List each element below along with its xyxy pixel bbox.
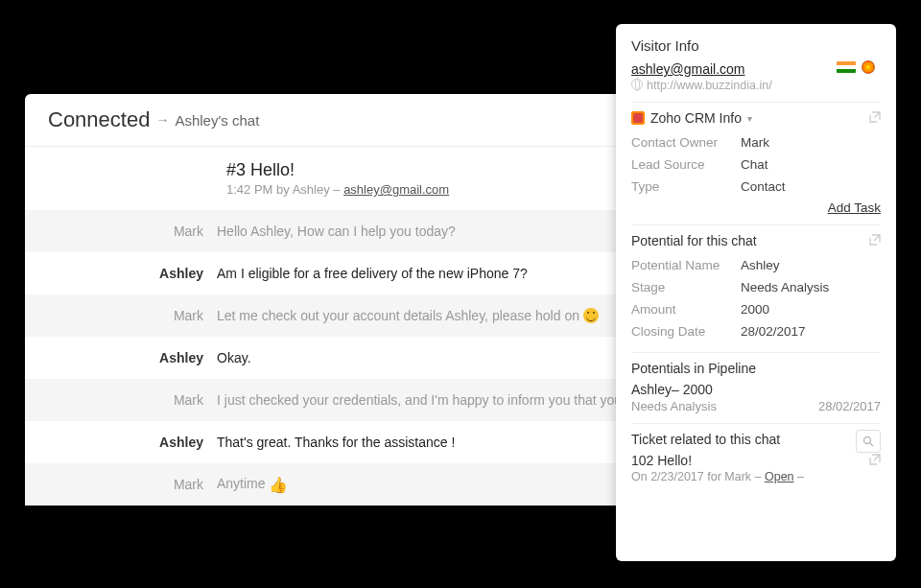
arrow-icon: → [155,112,169,128]
ticket-status[interactable]: Open [765,470,794,483]
crm-title: Zoho CRM Info [650,110,742,126]
kv-row: StageNeeds Analysis [631,276,881,298]
ticket-item-title[interactable]: 102 Hello! [631,453,881,468]
svg-point-1 [864,437,871,444]
kv-key: Potential Name [631,258,741,272]
kv-row: Closing Date28/02/2017 [631,320,881,342]
pipeline-name: Ashley– 2000 [631,382,881,397]
kv-value: Mark [741,135,769,150]
kv-row: Amount2000 [631,298,881,320]
crm-section: Zoho CRM Info ▾ Contact OwnerMarkLead So… [631,102,881,215]
firefox-icon [862,60,875,74]
chevron-down-icon[interactable]: ▾ [747,113,752,124]
kv-row: TypeContact [631,176,881,198]
kv-value: 28/02/2017 [741,324,806,339]
ticket-item-sub: On 2/23/2017 for Mark – Open – [631,470,881,483]
visitor-url: http://www.buzzindia.in/ [631,79,881,92]
kv-value: Contact [741,179,786,194]
india-flag-icon [837,61,856,73]
message-sender: Ashley [25,350,217,365]
message-sender: Mark [25,477,217,492]
kv-key: Lead Source [631,157,741,172]
message-sender: Mark [25,392,217,408]
potential-section: Potential for this chat Potential NameAs… [631,224,881,342]
ticket-section: Ticket related to this chat 102 Hello! O… [631,423,881,483]
search-ticket-button[interactable] [856,430,881,453]
kv-row: Contact OwnerMark [631,131,881,153]
kv-value: Chat [741,157,768,172]
smile-icon [583,308,599,323]
thread-meta-prefix: 1:42 PM by Ashley – [226,182,343,197]
open-crm-icon[interactable] [869,110,881,126]
pipeline-title: Potentials in Pipeline [631,361,756,376]
kv-value: Needs Analysis [741,280,829,294]
visitor-email-link[interactable]: ashley@gmail.com [631,61,744,77]
message-sender: Mark [25,223,217,239]
message-sender: Mark [25,308,217,323]
kv-row: Lead SourceChat [631,153,881,176]
pipeline-section: Potentials in Pipeline Ashley– 2000 Need… [631,352,881,413]
pipeline-stage: Needs Analysis [631,399,717,413]
potential-title: Potential for this chat [631,233,757,248]
kv-value: 2000 [741,302,769,317]
message-sender: Ashley [25,266,217,281]
kv-key: Contact Owner [631,135,741,150]
kv-row: Potential NameAshley [631,254,881,276]
kv-key: Closing Date [631,324,741,339]
zoho-icon [631,111,645,125]
thread-email-link[interactable]: ashley@gmail.com [343,182,449,197]
svg-line-2 [870,443,873,446]
visitor-panel: Visitor Info ashley@gmail.com http://www… [616,24,896,561]
open-ticket-icon[interactable] [869,453,881,468]
thumbs-up-icon: 👍 [269,477,288,493]
pipeline-date: 28/02/2017 [818,399,881,413]
add-task-link[interactable]: Add Task [828,200,881,215]
chat-subtitle: Ashley's chat [175,112,259,129]
kv-value: Ashley [741,258,780,272]
visitor-info-title: Visitor Info [631,37,881,54]
ticket-title: Ticket related to this chat [631,432,780,447]
kv-key: Amount [631,302,741,317]
kv-key: Type [631,179,741,194]
open-potential-icon[interactable] [869,233,881,248]
visitor-icons [837,60,881,74]
link-icon [631,79,643,90]
connection-status: Connected [48,107,150,132]
kv-key: Stage [631,280,741,294]
message-sender: Ashley [25,435,217,450]
